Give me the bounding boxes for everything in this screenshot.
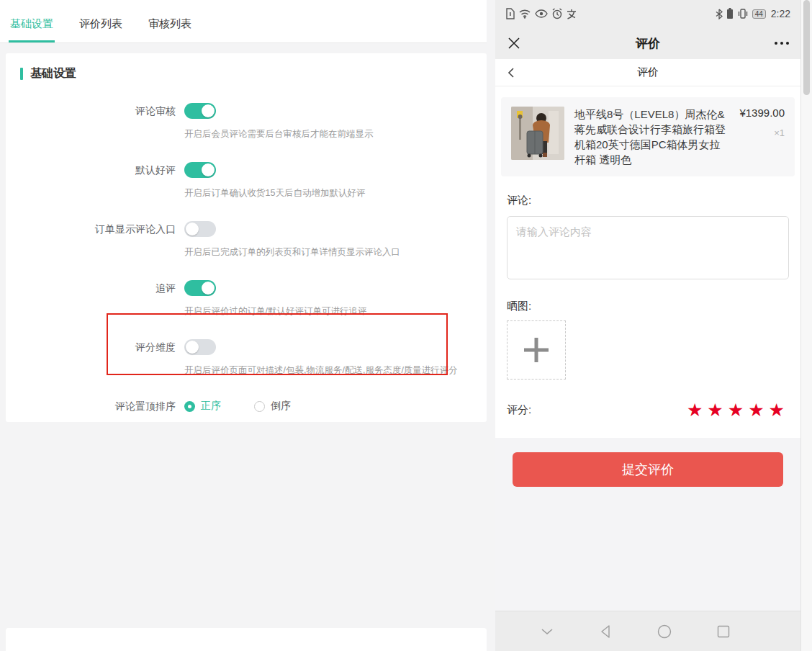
- radio-unselected-icon: [254, 401, 265, 412]
- more-menu-icon[interactable]: [775, 42, 789, 45]
- radio-selected-icon: [184, 401, 195, 412]
- product-card[interactable]: 地平线8号（LEVEL8）周杰伦&蒋先威联合设计行李箱旅行箱登机箱20英寸德国P…: [501, 97, 795, 176]
- comment-audit-toggle[interactable]: [184, 103, 216, 119]
- setting-row-comment-sort: 评论置顶排序 正序 倒序: [20, 398, 472, 414]
- radio-label: 倒序: [271, 400, 291, 413]
- tab-bar: 基础设置 评价列表 审核列表: [0, 0, 487, 43]
- setting-row-comment-audit: 评论审核 开启后会员评论需要后台审核后才能在前端显示: [20, 103, 472, 140]
- rating-dimension-toggle[interactable]: [184, 339, 216, 355]
- phone-header-title: 评价: [636, 35, 660, 52]
- phone-subheader: 评价: [495, 59, 800, 86]
- admin-bottom-card: [6, 628, 487, 651]
- radio-option-descending[interactable]: 倒序: [254, 400, 291, 413]
- phone-header: 评价: [495, 27, 800, 59]
- setting-helper: 开启后会员评论需要后台审核后才能在前端显示: [184, 128, 374, 140]
- battery-full-icon: [726, 8, 734, 19]
- product-quantity: ×1: [730, 127, 785, 138]
- travel-mode-icon: [567, 9, 577, 19]
- vibrate-icon: [737, 8, 749, 19]
- page-scrollbar[interactable]: [800, 0, 812, 651]
- product-image: [511, 107, 564, 160]
- setting-label: 评论审核: [20, 103, 176, 140]
- setting-row-default-praise: 默认好评 开启后订单确认收货15天后自动增加默认好评: [20, 162, 472, 199]
- add-photo-button[interactable]: [507, 320, 566, 380]
- wifi-icon: [518, 9, 531, 19]
- setting-label: 评分维度: [20, 339, 176, 377]
- nav-home-icon[interactable]: [657, 624, 672, 639]
- plus-icon: [520, 333, 553, 367]
- setting-row-order-comment-entry: 订单显示评论入口 开启后已完成订单的列表页和订单详情页显示评论入口: [20, 221, 472, 259]
- section-title: 基础设置: [20, 66, 472, 81]
- setting-label: 默认好评: [20, 162, 176, 199]
- toggle-knob: [186, 341, 199, 354]
- back-icon[interactable]: [505, 67, 517, 78]
- review-form: 评论: 晒图: 评分: ★★★★★: [495, 176, 800, 436]
- battery-percent-value: 44: [755, 10, 763, 18]
- section-title-text: 基础设置: [30, 66, 76, 81]
- tab-basic-settings[interactable]: 基础设置: [9, 17, 55, 42]
- product-title: 地平线8号（LEVEL8）周杰伦&蒋先威联合设计行李箱旅行箱登机箱20英寸德国P…: [574, 107, 730, 167]
- scrollbar-thumb[interactable]: [803, 0, 810, 95]
- phone-status-bar: 44 2:22: [495, 0, 800, 27]
- battery-percent-badge: 44: [752, 9, 766, 19]
- setting-helper: 开启后评价页面可对描述/包装,物流服务/配送,服务态度/质量进行评分: [184, 364, 458, 377]
- status-icons-left: [505, 8, 577, 19]
- phone-preview: 44 2:22 评价 评价: [495, 0, 800, 651]
- setting-label: 追评: [20, 280, 176, 318]
- section-title-accent-bar: [20, 68, 23, 80]
- status-time: 2:22: [771, 8, 790, 19]
- comment-input[interactable]: [507, 216, 789, 279]
- setting-label: 评论置顶排序: [20, 398, 176, 414]
- page: 基础设置 评价列表 审核列表 基础设置 评论审核 开启后会员评论需要后台审核后才…: [0, 0, 812, 651]
- sim-card-icon: [505, 8, 515, 19]
- nav-back-icon[interactable]: [599, 624, 613, 639]
- submit-section: 提交评价: [495, 438, 800, 611]
- hide-navbar-icon[interactable]: [539, 627, 555, 637]
- admin-panel: 基础设置 评价列表 审核列表 基础设置 评论审核 开启后会员评论需要后台审核后才…: [0, 0, 487, 651]
- setting-label: 订单显示评论入口: [20, 221, 176, 259]
- alarm-clock-icon: [551, 8, 563, 19]
- product-price: ¥1399.00: [730, 107, 785, 119]
- toggle-knob: [202, 104, 215, 117]
- android-nav-bar: [495, 611, 800, 651]
- submit-review-button[interactable]: 提交评价: [513, 452, 783, 487]
- settings-rows: 评论审核 开启后会员评论需要后台审核后才能在前端显示 默认好评 开启后订单确认收…: [20, 103, 472, 414]
- toggle-knob: [186, 223, 199, 235]
- toggle-knob: [202, 282, 215, 295]
- setting-row-rating-dimension: 评分维度 开启后评价页面可对描述/包装,物流服务/配送,服务态度/质量进行评分: [20, 339, 472, 377]
- default-praise-toggle[interactable]: [184, 162, 216, 178]
- phone-subheader-title: 评价: [637, 66, 659, 79]
- comment-label: 评论:: [507, 194, 789, 207]
- rating-row: 评分: ★★★★★: [507, 401, 789, 419]
- close-icon[interactable]: [507, 36, 521, 50]
- follow-up-review-toggle[interactable]: [184, 280, 216, 296]
- tab-review-list[interactable]: 评价列表: [78, 17, 124, 42]
- toggle-knob: [202, 163, 215, 176]
- tab-audit-list[interactable]: 审核列表: [147, 17, 193, 42]
- radio-label: 正序: [201, 400, 221, 413]
- settings-card: 基础设置 评论审核 开启后会员评论需要后台审核后才能在前端显示 默认好评 开启后…: [6, 53, 487, 422]
- rating-stars[interactable]: ★★★★★: [687, 401, 789, 419]
- order-comment-entry-toggle[interactable]: [184, 221, 216, 237]
- eye-comfort-icon: [535, 9, 548, 19]
- photos-label: 晒图:: [507, 300, 789, 313]
- status-icons-right: 44 2:22: [716, 8, 790, 19]
- radio-option-ascending[interactable]: 正序: [184, 400, 221, 413]
- bluetooth-icon: [716, 9, 723, 19]
- setting-helper: 开启后已完成订单的列表页和订单详情页显示评论入口: [184, 246, 400, 259]
- nav-recents-icon[interactable]: [716, 624, 731, 639]
- rating-label: 评分:: [507, 403, 531, 417]
- setting-row-follow-up-review: 追评 开启后评价过的订单/默认好评订单可进行追评: [20, 280, 472, 318]
- setting-helper: 开启后评价过的订单/默认好评订单可进行追评: [184, 305, 366, 318]
- setting-helper: 开启后订单确认收货15天后自动增加默认好评: [184, 187, 365, 199]
